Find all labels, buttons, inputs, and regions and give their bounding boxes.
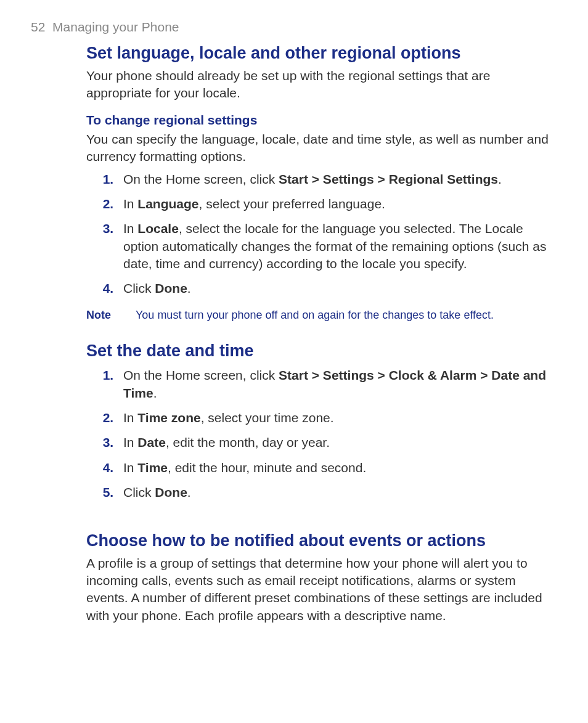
chapter-title: Managing your Phone xyxy=(52,20,179,34)
note-text: You must turn your phone off and on agai… xyxy=(136,308,557,322)
step-item: In Language, select your preferred langu… xyxy=(117,195,557,213)
note-row: Note You must turn your phone off and on… xyxy=(31,308,557,322)
section1-intro: Your phone should already be set up with… xyxy=(31,67,557,102)
step-item: In Time zone, select your time zone. xyxy=(117,409,557,427)
section1-sub-intro: You can specify the language, locale, da… xyxy=(31,131,557,166)
section-heading-language: Set language, locale and other regional … xyxy=(31,42,557,64)
note-label: Note xyxy=(86,308,136,322)
page-number: 52 xyxy=(31,20,45,34)
steps-list-datetime: On the Home screen, click Start > Settin… xyxy=(31,367,557,501)
step-item: On the Home screen, click Start > Settin… xyxy=(117,367,557,402)
section-heading-datetime: Set the date and time xyxy=(31,340,557,362)
steps-list-regional: On the Home screen, click Start > Settin… xyxy=(31,171,557,298)
section-heading-notifications: Choose how to be notified about events o… xyxy=(31,529,557,552)
step-item: In Locale, select the locale for the lan… xyxy=(117,220,557,272)
step-item: In Time, edit the hour, minute and secon… xyxy=(117,459,557,476)
step-item: In Date, edit the month, day or year. xyxy=(117,434,557,451)
section3-intro: A profile is a group of settings that de… xyxy=(31,555,557,624)
sub-heading-regional: To change regional settings xyxy=(31,112,557,129)
page-header: 52 Managing your Phone xyxy=(31,18,557,36)
step-item: Click Done. xyxy=(117,484,557,501)
step-item: Click Done. xyxy=(117,280,557,297)
step-item: On the Home screen, click Start > Settin… xyxy=(117,171,557,188)
